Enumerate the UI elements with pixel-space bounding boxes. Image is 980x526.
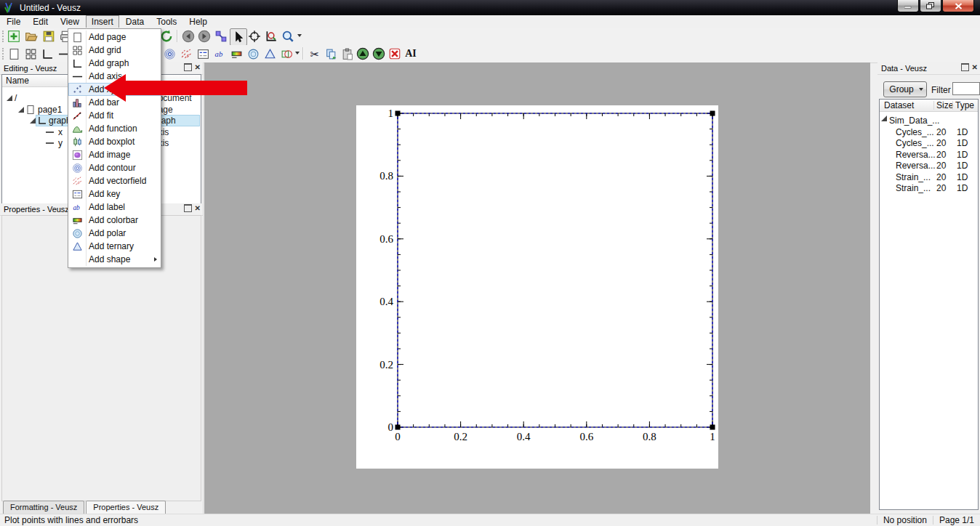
add-graph-icon <box>72 58 83 69</box>
view-whole-page-icon <box>214 30 228 43</box>
add-ternary-icon <box>72 241 83 252</box>
move-down-button[interactable] <box>371 46 387 62</box>
dataset-row[interactable]: Reversa... 20 1D <box>880 161 978 172</box>
previous-page-button[interactable] <box>180 28 196 44</box>
svg-text:1: 1 <box>710 431 715 442</box>
dock-float-icon[interactable] <box>184 204 192 212</box>
tab-formatting[interactable]: Formatting - Veusz <box>3 501 84 514</box>
copy-icon <box>325 48 337 60</box>
delete-widget-button[interactable] <box>387 46 403 62</box>
add-graph-button[interactable] <box>39 46 55 62</box>
move-up-button[interactable] <box>355 46 371 62</box>
paste-button[interactable] <box>339 46 355 62</box>
add-label-button[interactable]: ab <box>212 46 228 62</box>
scissors-icon: ✂ <box>310 49 320 60</box>
menu-item-add-page[interactable]: Add page <box>68 31 161 44</box>
menu-item-add-boxplot[interactable]: Add boxplot <box>68 135 161 148</box>
group-button[interactable]: Group <box>883 81 927 97</box>
menu-edit[interactable]: Edit <box>27 15 54 28</box>
menu-item-add-shape[interactable]: Add shape <box>68 253 161 266</box>
zoom-dropdown-caret[interactable] <box>297 34 302 37</box>
document-page[interactable]: 00.20.40.60.8100.20.40.60.81 <box>356 105 718 469</box>
dock-float-icon[interactable] <box>961 63 969 71</box>
add-page-icon <box>72 32 83 43</box>
menu-item-add-polar[interactable]: Add polar <box>68 227 161 240</box>
expander-icon[interactable] <box>18 107 24 113</box>
menu-item-add-key[interactable]: Add key <box>68 187 161 201</box>
paste-icon <box>341 48 353 60</box>
dataset-row[interactable]: Cycles_... 20 1D <box>880 127 978 139</box>
plot-canvas-area[interactable]: 00.20.40.60.8100.20.40.60.81 <box>204 62 870 514</box>
dock-float-icon[interactable] <box>184 63 192 71</box>
add-xy-icon <box>72 84 83 95</box>
zoom-menu-button[interactable] <box>280 28 296 44</box>
insert-menu-popup: Add page Add grid Add graph Add axis Add… <box>68 28 161 268</box>
next-page-button[interactable] <box>196 28 212 44</box>
close-icon <box>955 3 963 9</box>
dataset-table-header[interactable]: Dataset Size Type <box>880 100 978 112</box>
menu-item-add-colorbar[interactable]: Add colorbar <box>68 214 161 227</box>
save-floppy-icon <box>42 30 55 43</box>
menu-data[interactable]: Data <box>120 15 150 28</box>
expander-icon[interactable] <box>7 95 12 101</box>
add-polar-button[interactable] <box>245 46 261 62</box>
menu-file[interactable]: File <box>1 15 26 28</box>
menu-item-add-function[interactable]: Add function <box>68 122 161 135</box>
save-document-button[interactable] <box>41 28 57 44</box>
expander-icon[interactable] <box>30 118 36 124</box>
move-down-icon <box>372 47 385 60</box>
add-grid-button[interactable] <box>23 46 39 62</box>
restore-button[interactable] <box>920 0 941 12</box>
select-items-button[interactable] <box>230 28 247 46</box>
minimize-button[interactable] <box>897 0 919 12</box>
menu-item-add-label[interactable]: ab Add label <box>68 201 161 214</box>
dataset-row[interactable]: Strain_... 20 1D <box>880 172 978 184</box>
add-page-button[interactable] <box>6 46 22 62</box>
close-button[interactable] <box>942 0 974 12</box>
menu-help[interactable]: Help <box>183 15 213 28</box>
title-bar[interactable]: Untitled - Veusz <box>0 0 980 15</box>
add-key-button[interactable] <box>195 46 211 62</box>
data-dock-header[interactable]: Data - Veusz ✕ <box>877 62 980 75</box>
dock-close-icon[interactable]: ✕ <box>972 64 978 71</box>
dock-close-icon[interactable]: ✕ <box>195 64 201 71</box>
zoom-into-graph-button[interactable] <box>263 28 279 44</box>
toolbar-separator <box>302 47 304 60</box>
menu-item-add-image[interactable]: Add image <box>68 148 161 161</box>
add-colorbar-button[interactable] <box>228 46 244 62</box>
cut-button[interactable]: ✂ <box>307 46 323 62</box>
add-shape-button[interactable] <box>278 46 294 62</box>
menu-tools[interactable]: Tools <box>150 15 182 28</box>
tab-properties[interactable]: Properties - Veusz <box>86 501 166 514</box>
add-ternary-button[interactable] <box>262 46 278 62</box>
magnifier-icon <box>281 30 294 43</box>
add-image-icon <box>72 150 83 161</box>
add-contour-button[interactable] <box>161 46 177 62</box>
dataset-row[interactable]: Strain_... 20 1D <box>880 183 978 195</box>
axis-icon <box>46 142 54 144</box>
shape-dropdown-caret[interactable] <box>295 52 300 54</box>
dataset-group-row[interactable]: Sim_Data_... <box>880 116 978 127</box>
expander-icon[interactable] <box>881 116 887 121</box>
menu-item-add-vectorfield[interactable]: Add vectorfield <box>68 174 161 187</box>
dock-close-icon[interactable]: ✕ <box>195 205 201 212</box>
add-grid-icon <box>72 45 83 56</box>
menu-item-add-fit[interactable]: Add fit <box>68 109 161 122</box>
add-polar-icon <box>72 228 83 239</box>
read-data-points-button[interactable] <box>246 28 262 44</box>
dataset-row[interactable]: Reversa... 20 1D <box>880 150 978 161</box>
menu-item-add-contour[interactable]: Add contour <box>68 161 161 174</box>
rename-widget-button[interactable]: AI <box>403 46 419 62</box>
view-whole-page-button[interactable] <box>213 28 229 44</box>
filter-input[interactable] <box>952 82 980 95</box>
menu-item-add-graph[interactable]: Add graph <box>68 57 161 70</box>
menu-item-add-ternary[interactable]: Add ternary <box>68 240 161 253</box>
copy-button[interactable] <box>323 46 339 62</box>
dataset-row[interactable]: Cycles_... 20 1D <box>880 138 978 150</box>
menu-item-add-grid[interactable]: Add grid <box>68 44 161 57</box>
new-document-button[interactable] <box>6 28 22 44</box>
menu-insert[interactable]: Insert <box>86 15 119 28</box>
add-vectorfield-button[interactable] <box>178 46 194 62</box>
menu-view[interactable]: View <box>55 15 85 28</box>
open-document-button[interactable] <box>23 28 39 44</box>
